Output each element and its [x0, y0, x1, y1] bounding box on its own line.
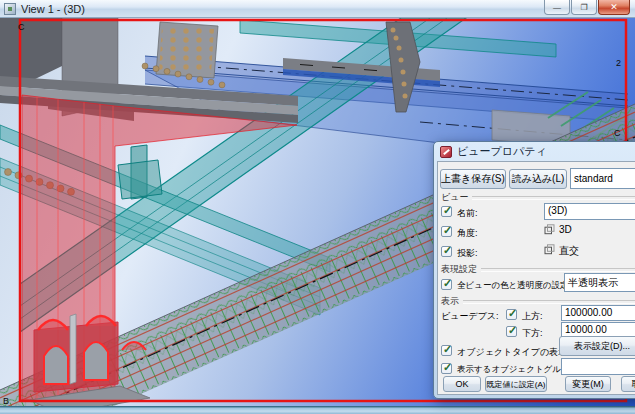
preset-combobox[interactable]: standard [570, 168, 635, 189]
ok-button[interactable]: OK [443, 376, 481, 392]
grid-label: B [3, 396, 9, 406]
name-label: 名前: [457, 207, 478, 220]
get-button[interactable]: 取得(G) [621, 376, 635, 392]
window-icon [4, 3, 16, 15]
depth-up-checkbox[interactable] [506, 309, 517, 320]
cube-icon [544, 224, 555, 235]
close-button[interactable]: ✕ [598, 0, 630, 15]
dialog-icon [440, 146, 452, 158]
object-types-label: オブジェクトタイプの表示: [457, 346, 570, 359]
object-group-checkbox[interactable] [441, 363, 452, 374]
window-title: View 1 - (3D) [21, 3, 85, 15]
grid-label: 2 [616, 58, 621, 68]
display-settings-button[interactable]: 表示設定(D)... [559, 336, 635, 356]
depth-down-label: 下方: [522, 327, 543, 340]
name-input[interactable]: (3D) [544, 203, 635, 220]
depth-down-checkbox[interactable] [506, 326, 517, 337]
minimize-button[interactable]: — [544, 0, 570, 15]
grid-label: C [614, 128, 621, 138]
load-button[interactable]: 読み込み(L) [509, 169, 567, 189]
depth-up-input[interactable]: 100000.00 [561, 305, 635, 321]
view-depth-label: ビューデプス: [441, 310, 499, 323]
set-default-button[interactable]: 既定値に設定(A) [485, 376, 547, 392]
object-group-input[interactable] [561, 358, 635, 375]
depth-up-label: 上方: [522, 310, 543, 323]
save-button[interactable]: 上書き保存(S) [440, 169, 506, 189]
projection-checkbox[interactable] [441, 246, 452, 257]
angle-label: 角度: [457, 227, 478, 240]
window-titlebar[interactable]: View 1 - (3D) [0, 0, 635, 18]
maximize-button[interactable]: ❐ [571, 0, 597, 15]
angle-checkbox[interactable] [441, 226, 452, 237]
window-frame-bottom [0, 406, 635, 414]
color-transparency-checkbox[interactable] [441, 279, 452, 290]
dialog-body: 上書き保存(S) 読み込み(L) standard ビュー 名前: (3D) 角… [437, 161, 635, 395]
dialog-titlebar[interactable]: ビュープロパティ [434, 142, 635, 161]
projection-label: 投影: [457, 247, 478, 260]
object-types-checkbox[interactable] [441, 345, 452, 356]
view-properties-dialog: ビュープロパティ 上書き保存(S) 読み込み(L) standard ビュー 名… [433, 141, 635, 399]
application-window: View 1 - (3D) — ❐ ✕ [0, 0, 635, 414]
grid-label: C [18, 22, 25, 32]
projection-value[interactable]: 直交 [559, 244, 579, 258]
dialog-title: ビュープロパティ [457, 144, 547, 159]
angle-value[interactable]: 3D [559, 224, 572, 235]
teal-post[interactable] [118, 145, 162, 199]
cube-icon [544, 244, 555, 255]
name-checkbox[interactable] [441, 206, 452, 217]
modify-button[interactable]: 変更(M) [565, 376, 611, 392]
color-transparency-select[interactable]: 半透明表示 [564, 273, 635, 292]
color-transparency-label: 全ビューの色と透明度の設定: [457, 280, 571, 292]
